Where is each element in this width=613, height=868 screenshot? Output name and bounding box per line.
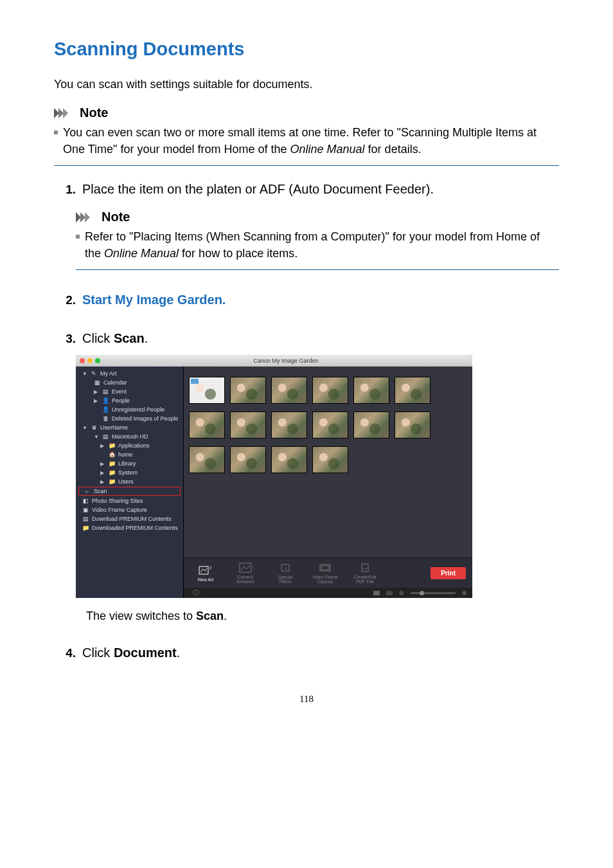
step-text: Place the item on the platen or ADF (Aut… (82, 180, 434, 198)
thumbnail[interactable] (271, 446, 307, 473)
step-text-post: . (177, 646, 181, 660)
thumbnail[interactable] (312, 411, 348, 439)
thumbnail[interactable] (271, 377, 307, 404)
sidebar-item-event[interactable]: ▶▤Event (76, 387, 183, 396)
step-1: 1. Place the item on the platen or ADF (… (54, 180, 559, 270)
zoom-slider[interactable] (411, 592, 456, 594)
result-post: . (224, 610, 227, 622)
sidebar-item-people[interactable]: ▶👤People (76, 396, 183, 405)
video-frame-capture-button[interactable]: Video Frame Capture (310, 562, 341, 584)
svg-text:✦: ✦ (284, 566, 287, 570)
sidebar-item-library[interactable]: ▶📁Library (76, 459, 183, 468)
sidebar-item-label: People (112, 397, 130, 404)
step-number: 2. (54, 293, 76, 307)
main-panel: New Art Correct/ Enhance ✦ Special Filte… (184, 366, 472, 598)
sidebar-item-unregistered[interactable]: 👤Unregistered People (76, 405, 183, 414)
thumbnail[interactable] (271, 411, 307, 439)
thumbnail[interactable] (312, 446, 348, 473)
note-arrows-icon (76, 212, 98, 222)
zoom-icon[interactable] (95, 358, 100, 363)
step-text-pre: Click (82, 646, 114, 660)
info-icon[interactable]: ⓘ (193, 588, 199, 597)
start-my-image-garden-link[interactable]: Start My Image Garden. (82, 293, 226, 307)
minimize-icon[interactable] (87, 358, 93, 363)
sidebar-item-username[interactable]: ▼🖥UserName (76, 423, 183, 432)
step-3: 3. Click Scan. Canon My Image Garden (54, 329, 559, 623)
step-number: 1. (54, 183, 76, 197)
sidebar-item-label: My Art (100, 370, 117, 377)
zoom-out-icon[interactable]: ⊖ (399, 590, 404, 596)
thumbnail[interactable] (230, 446, 266, 473)
sidebar-item-system[interactable]: ▶📁System (76, 468, 183, 477)
sidebar-item-macintosh-hd[interactable]: ▼▤Macintosh HD (76, 432, 183, 441)
new-art-icon (199, 565, 213, 576)
thumbnail[interactable] (353, 411, 389, 439)
button-label: Video Frame Capture (312, 575, 338, 584)
sidebar-item-label: Download PREMIUM Contents (92, 516, 172, 522)
note-arrows-icon (54, 108, 76, 118)
thumbnail[interactable] (395, 377, 431, 404)
step-text: Start My Image Garden. (82, 291, 226, 309)
thumbnail[interactable] (189, 377, 225, 404)
create-edit-pdf-button[interactable]: PDF Create/Edit PDF File (350, 562, 380, 584)
sub-note-heading: Note (76, 210, 559, 224)
sidebar-item-downloaded-premium[interactable]: 📁Downloaded PREMIUM Contents (76, 523, 183, 532)
step-number: 3. (54, 332, 76, 346)
view-mode-icon[interactable] (386, 591, 393, 595)
thumbnail[interactable] (230, 377, 266, 404)
note-heading-text: Note (80, 105, 108, 120)
zoom-in-icon[interactable]: ⊕ (462, 590, 467, 596)
new-art-button[interactable]: New Art (190, 565, 221, 582)
thumbnail[interactable] (230, 411, 266, 439)
button-label: Special Filters (278, 575, 293, 584)
svg-text:PDF: PDF (362, 567, 368, 570)
sidebar-item-deleted[interactable]: 🗑Deleted Images of People (76, 414, 183, 423)
sidebar-item-label: UserName (100, 424, 128, 431)
sidebar-item-label: System (118, 469, 138, 476)
status-bar: ⓘ ⊖ ⊕ (184, 588, 472, 598)
button-label: Create/Edit PDF File (353, 575, 376, 584)
pdf-icon: PDF (358, 562, 372, 574)
thumbnail[interactable] (189, 446, 225, 473)
sidebar-item-video-frame[interactable]: ▣Video Frame Capture (76, 505, 183, 514)
correct-enhance-button[interactable]: Correct/ Enhance (230, 562, 261, 584)
filters-icon: ✦ (278, 562, 292, 574)
page-number: 118 (54, 694, 559, 705)
thumbnail[interactable] (395, 411, 431, 439)
thumbnail[interactable] (189, 411, 225, 439)
traffic-lights[interactable] (80, 358, 100, 363)
sidebar-item-calendar[interactable]: ▦Calendar (76, 378, 183, 387)
titlebar: Canon My Image Garden (76, 355, 472, 366)
intro-text: You can scan with settings suitable for … (54, 78, 559, 91)
correct-icon (238, 562, 253, 574)
sidebar-item-label: Applications (118, 442, 150, 449)
sidebar-item-applications[interactable]: ▶📁Applications (76, 441, 183, 450)
sidebar-item-scan[interactable]: ⌐Scan (78, 487, 181, 496)
folder-icon: 📁 (109, 442, 115, 449)
thumbnail[interactable] (353, 377, 389, 404)
sidebar-item-home[interactable]: 🏠home (76, 450, 183, 459)
svg-rect-5 (321, 566, 329, 570)
sidebar: ▼✎My Art ▦Calendar ▶▤Event ▶👤People 👤Unr… (76, 366, 184, 598)
result-bold: Scan (196, 610, 224, 622)
view-mode-icon[interactable] (373, 591, 380, 595)
folder-icon: 📁 (109, 469, 115, 476)
step-text-bold: Scan (114, 331, 145, 345)
sidebar-item-label: Video Frame Capture (92, 507, 147, 513)
folder-icon: 📁 (82, 525, 89, 531)
sidebar-item-label: Library (118, 460, 136, 467)
thumbnail-grid (184, 366, 472, 484)
sidebar-item-my-art[interactable]: ▼✎My Art (76, 369, 183, 378)
sidebar-item-label: Macintosh HD (112, 433, 148, 440)
sidebar-item-download-premium[interactable]: ▤Download PREMIUM Contents (76, 514, 183, 523)
special-filters-button[interactable]: ✦ Special Filters (270, 562, 301, 584)
sidebar-item-photo-sharing[interactable]: ◧Photo Sharing Sites (76, 496, 183, 505)
scanner-icon: ⌐ (84, 488, 91, 494)
close-icon[interactable] (80, 358, 85, 363)
sidebar-item-users[interactable]: ▶📁Users (76, 477, 183, 486)
thumbnail[interactable] (312, 377, 348, 404)
button-label: Correct/ Enhance (236, 575, 254, 584)
step-text-post: . (145, 331, 148, 345)
sub-note-body-post: for how to place items. (179, 247, 298, 260)
print-button[interactable]: Print (431, 567, 466, 579)
